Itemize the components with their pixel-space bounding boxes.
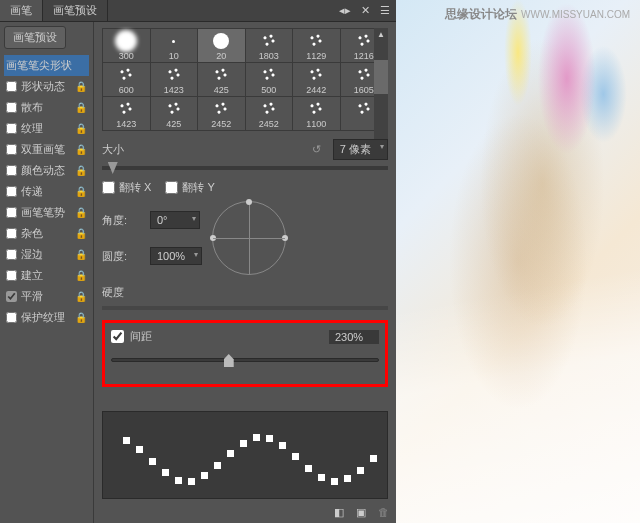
lock-icon[interactable]: 🔒 (75, 186, 87, 197)
roundness-input[interactable]: 100% (150, 247, 202, 265)
opt-shape-dynamics[interactable]: 形状动态🔒 (4, 76, 89, 97)
opt-brush-pose[interactable]: 画笔笔势🔒 (4, 202, 89, 223)
brush-thumbnail[interactable]: 425 (151, 97, 198, 130)
smoothing-checkbox[interactable] (6, 291, 17, 302)
flip-x-control[interactable]: 翻转 X (102, 180, 151, 195)
angle-label: 角度: (102, 213, 144, 228)
spacing-slider[interactable] (111, 358, 379, 362)
color-dynamics-checkbox[interactable] (6, 165, 17, 176)
brush-thumbnail[interactable]: 10 (151, 29, 198, 62)
opt-color-dynamics[interactable]: 颜色动态🔒 (4, 160, 89, 181)
lock-icon[interactable]: 🔒 (75, 270, 87, 281)
hardness-label: 硬度 (102, 285, 144, 300)
toggle-preview-icon[interactable]: ◧ (332, 505, 346, 519)
lock-icon[interactable]: 🔒 (75, 291, 87, 302)
brush-grid-scrollbar[interactable]: ▲ (374, 28, 388, 152)
brush-thumbnail[interactable]: 20 (198, 29, 245, 62)
brush-settings-content: 3001020180311291216600142342550024421605… (94, 22, 396, 523)
roundness-label: 圆度: (102, 249, 144, 264)
flip-y-checkbox[interactable] (165, 181, 178, 194)
spacing-slider-thumb[interactable] (224, 354, 234, 367)
hardness-slider[interactable] (102, 306, 388, 310)
menu-icon[interactable]: ☰ (378, 4, 392, 18)
spacing-checkbox[interactable] (111, 330, 124, 343)
opt-scattering[interactable]: 散布🔒 (4, 97, 89, 118)
opt-transfer[interactable]: 传递🔒 (4, 181, 89, 202)
brush-thumbnail[interactable]: 2442 (293, 63, 340, 96)
lock-icon[interactable]: 🔒 (75, 228, 87, 239)
angle-input[interactable]: 0° (150, 211, 200, 229)
brush-thumbnail[interactable]: 1803 (246, 29, 293, 62)
transfer-checkbox[interactable] (6, 186, 17, 197)
lock-icon[interactable]: 🔒 (75, 123, 87, 134)
lock-icon[interactable]: 🔒 (75, 144, 87, 155)
brush-thumbnail[interactable]: 1423 (151, 63, 198, 96)
wet-edges-checkbox[interactable] (6, 249, 17, 260)
opt-wet-edges[interactable]: 湿边🔒 (4, 244, 89, 265)
size-input[interactable]: 7 像素 (333, 139, 388, 160)
panel-tabs: 画笔 画笔预设 ◂▸ ✕ ☰ (0, 0, 396, 22)
lock-icon[interactable]: 🔒 (75, 81, 87, 92)
brush-panel: 画笔 画笔预设 ◂▸ ✕ ☰ 画笔预设 画笔笔尖形状 形状动态🔒 散布🔒 纹理🔒… (0, 0, 396, 523)
brush-thumbnail[interactable]: 2452 (246, 97, 293, 130)
spacing-label: 间距 (130, 329, 152, 344)
lock-icon[interactable]: 🔒 (75, 312, 87, 323)
lock-icon[interactable]: 🔒 (75, 165, 87, 176)
canvas-image: 思缘设计论坛WWW.MISSYUAN.COM (396, 0, 640, 523)
brush-options-sidebar: 画笔预设 画笔笔尖形状 形状动态🔒 散布🔒 纹理🔒 双重画笔🔒 颜色动态🔒 传递… (0, 22, 94, 523)
delete-brush-icon[interactable]: 🗑 (376, 505, 390, 519)
brush-thumbnail[interactable]: 1129 (293, 29, 340, 62)
angle-control-wheel[interactable] (212, 201, 286, 275)
new-brush-icon[interactable]: ▣ (354, 505, 368, 519)
size-slider[interactable] (102, 166, 388, 170)
opt-dual-brush[interactable]: 双重画笔🔒 (4, 139, 89, 160)
dual-brush-checkbox[interactable] (6, 144, 17, 155)
shape-dynamics-checkbox[interactable] (6, 81, 17, 92)
brush-preset-button[interactable]: 画笔预设 (4, 26, 66, 49)
opt-brush-tip-shape[interactable]: 画笔笔尖形状 (4, 55, 89, 76)
flip-y-control[interactable]: 翻转 Y (165, 180, 214, 195)
tab-brush-presets[interactable]: 画笔预设 (43, 0, 108, 21)
opt-smoothing[interactable]: 平滑🔒 (4, 286, 89, 307)
brush-thumbnail[interactable]: 500 (246, 63, 293, 96)
build-up-checkbox[interactable] (6, 270, 17, 281)
brush-thumbnail[interactable]: 425 (198, 63, 245, 96)
brush-thumbnail[interactable]: 600 (103, 63, 150, 96)
opt-build-up[interactable]: 建立🔒 (4, 265, 89, 286)
flip-x-checkbox[interactable] (102, 181, 115, 194)
reset-size-icon[interactable]: ↺ (312, 143, 321, 156)
spacing-highlight-box: 间距 230% (102, 320, 388, 387)
brush-thumbnail[interactable]: 1100 (293, 97, 340, 130)
texture-checkbox[interactable] (6, 123, 17, 134)
brush-thumbnail[interactable]: 300 (103, 29, 150, 62)
tab-brush[interactable]: 画笔 (0, 0, 43, 21)
watermark: 思缘设计论坛WWW.MISSYUAN.COM (445, 6, 630, 23)
lock-icon[interactable]: 🔒 (75, 207, 87, 218)
brush-pose-checkbox[interactable] (6, 207, 17, 218)
brush-thumbnail-grid: 3001020180311291216600142342550024421605… (102, 28, 388, 131)
opt-noise[interactable]: 杂色🔒 (4, 223, 89, 244)
scroll-up-icon[interactable]: ▲ (374, 28, 388, 42)
collapse-icon[interactable]: ◂▸ (338, 4, 352, 18)
scattering-checkbox[interactable] (6, 102, 17, 113)
close-icon[interactable]: ✕ (358, 4, 372, 18)
brush-thumbnail[interactable]: 2452 (198, 97, 245, 130)
size-label: 大小 (102, 142, 144, 157)
opt-protect-texture[interactable]: 保护纹理🔒 (4, 307, 89, 328)
brush-stroke-preview (102, 411, 388, 499)
spacing-input[interactable]: 230% (329, 330, 379, 344)
opt-texture[interactable]: 纹理🔒 (4, 118, 89, 139)
protect-texture-checkbox[interactable] (6, 312, 17, 323)
noise-checkbox[interactable] (6, 228, 17, 239)
lock-icon[interactable]: 🔒 (75, 102, 87, 113)
brush-thumbnail[interactable]: 1423 (103, 97, 150, 130)
scroll-thumb[interactable] (374, 60, 388, 94)
lock-icon[interactable]: 🔒 (75, 249, 87, 260)
